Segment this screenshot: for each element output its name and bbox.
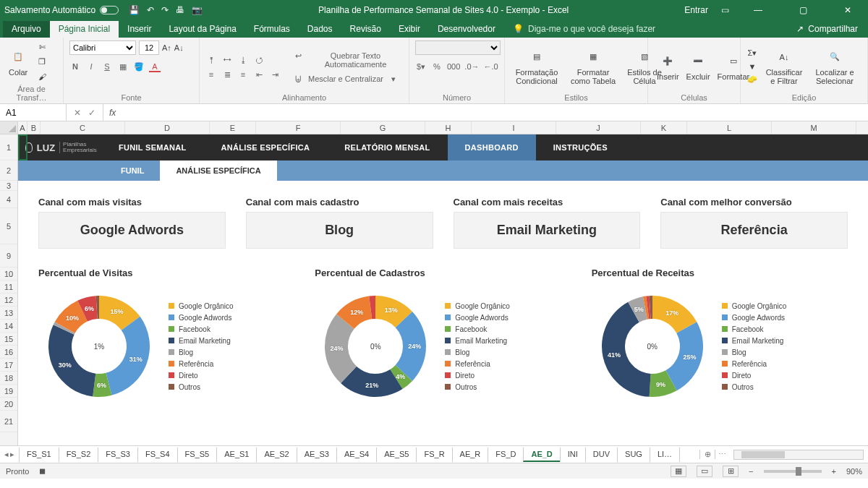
align-center-icon[interactable]: ≣ <box>221 70 233 80</box>
border-icon[interactable]: ▦ <box>117 62 129 72</box>
sheet-tab-FS_S3[interactable]: FS_S3 <box>98 448 138 462</box>
decrease-indent-icon[interactable]: ⇤ <box>253 70 265 80</box>
copy-icon[interactable]: ❐ <box>36 57 48 67</box>
paste-button[interactable]: 📋 Colar <box>6 46 30 78</box>
delete-cells-button[interactable]: ➖Excluir <box>684 51 713 82</box>
comma-icon[interactable]: 000 <box>447 62 460 72</box>
tab-nav-prev-icon[interactable]: ◂ <box>4 450 9 459</box>
sheet-tab-DUV[interactable]: DUV <box>585 448 618 462</box>
col-L[interactable]: L <box>687 121 772 134</box>
tab-data[interactable]: Dados <box>299 21 341 38</box>
signin-link[interactable]: Entrar <box>684 5 708 15</box>
row-12[interactable]: 12 <box>0 294 17 307</box>
tab-insert[interactable]: Inserir <box>119 21 160 38</box>
nav-instrucoes[interactable]: INSTRUÇÕES <box>536 134 625 160</box>
row-13[interactable]: 13 <box>0 307 17 320</box>
number-format-select[interactable] <box>415 40 501 55</box>
decrease-decimal-icon[interactable]: ←.0 <box>484 62 498 72</box>
grid-canvas[interactable]: LUZ Planilhas Empresariais FUNIL SEMANAL… <box>18 134 868 445</box>
row-17[interactable]: 17 <box>0 359 17 372</box>
row-headers[interactable]: 1 2 3 4 5 9 10 11 12 13 14 15 16 17 18 1… <box>0 134 18 445</box>
sheet-tab-FS_D[interactable]: FS_D <box>488 448 524 462</box>
maximize-button[interactable]: ▢ <box>787 5 819 15</box>
wrap-text-button[interactable]: ↩Quebrar Texto Automaticamente <box>292 51 403 69</box>
col-A[interactable]: A <box>18 121 27 134</box>
sheet-tab-INI[interactable]: INI <box>560 448 586 462</box>
macro-record-icon[interactable]: ◼ <box>39 466 46 476</box>
underline-button[interactable]: S <box>101 62 113 72</box>
zoom-out-button[interactable]: − <box>749 467 753 476</box>
subnav-analise[interactable]: ANÁLISE ESPECÍFICA <box>160 160 276 181</box>
clear-icon[interactable]: 🧽 <box>746 74 758 85</box>
save-icon[interactable]: 💾 <box>129 5 140 15</box>
fill-color-icon[interactable]: 🪣 <box>133 62 145 72</box>
sheet-tab-LI…[interactable]: LI… <box>650 448 680 462</box>
bold-button[interactable]: N <box>69 62 81 72</box>
row-21[interactable]: 21 <box>0 411 17 432</box>
sheet-tab-FS_S1[interactable]: FS_S1 <box>19 448 59 462</box>
row-3[interactable]: 3 <box>0 181 17 191</box>
insert-cells-button[interactable]: ➕Inserir <box>654 51 682 82</box>
new-sheet-button[interactable]: ⊕ <box>699 450 715 459</box>
tab-review[interactable]: Revisão <box>341 21 390 38</box>
tab-view[interactable]: Exibir <box>390 21 429 38</box>
tab-home[interactable]: Página Inicial <box>50 21 119 38</box>
tab-nav-next-icon[interactable]: ▸ <box>10 450 14 459</box>
font-size-input[interactable] <box>139 40 159 55</box>
row-1[interactable]: 1 <box>0 134 17 160</box>
name-box[interactable]: A1 <box>0 104 67 121</box>
cut-icon[interactable]: ✄ <box>36 43 48 53</box>
tab-layout[interactable]: Layout da Página <box>160 21 244 38</box>
sheet-tab-FS_S2[interactable]: FS_S2 <box>59 448 99 462</box>
merge-center-button[interactable]: ⨄Mesclar e Centralizar▾ <box>292 74 403 84</box>
increase-font-icon[interactable]: A↑ <box>162 43 171 52</box>
format-painter-icon[interactable]: 🖌 <box>36 72 48 82</box>
col-K[interactable]: K <box>641 121 687 134</box>
italic-button[interactable]: I <box>85 62 97 72</box>
zoom-level[interactable]: 90% <box>846 467 862 476</box>
row-10[interactable]: 10 <box>0 267 17 281</box>
print-icon[interactable]: 🖶 <box>176 5 184 15</box>
ribbon-display-icon[interactable]: ▭ <box>721 5 729 15</box>
nav-funil-semanal[interactable]: FUNIL SEMANAL <box>101 134 204 160</box>
undo-icon[interactable]: ↶ <box>147 5 154 15</box>
tab-developer[interactable]: Desenvolvedor <box>429 21 504 38</box>
col-D[interactable]: D <box>125 121 210 134</box>
tab-file[interactable]: Arquivo <box>3 21 50 38</box>
sheet-tab-AE_S2[interactable]: AE_S2 <box>256 448 297 462</box>
sort-filter-button[interactable]: A↓Classificar e Filtrar <box>761 46 807 87</box>
sheet-tab-AE_S3[interactable]: AE_S3 <box>297 448 337 462</box>
row-11[interactable]: 11 <box>0 281 17 294</box>
increase-decimal-icon[interactable]: .0→ <box>464 62 479 72</box>
font-color-icon[interactable]: A <box>149 62 161 72</box>
nav-analise-especifica[interactable]: ANÁLISE ESPECÍFICA <box>204 134 328 160</box>
sheet-tab-AE_S4[interactable]: AE_S4 <box>336 448 377 462</box>
sheet-tab-AE_S1[interactable]: AE_S1 <box>216 448 257 462</box>
cancel-formula-icon[interactable]: ✕ <box>74 108 81 118</box>
zoom-slider[interactable] <box>764 470 822 473</box>
autosum-icon[interactable]: Σ▾ <box>746 48 758 59</box>
fx-icon[interactable]: fx <box>103 108 122 118</box>
row-4[interactable]: 4 <box>0 191 17 208</box>
page-break-view-button[interactable]: ⊞ <box>723 466 739 477</box>
close-button[interactable]: ✕ <box>832 5 864 15</box>
row-2[interactable]: 2 <box>0 160 17 181</box>
sheet-tab-AE_S5[interactable]: AE_S5 <box>376 448 417 462</box>
increase-indent-icon[interactable]: ⇥ <box>269 70 281 80</box>
minimize-button[interactable]: — <box>742 5 774 15</box>
sheet-tab-AE_R[interactable]: AE_R <box>452 448 489 462</box>
sheet-tab-FS_S4[interactable]: FS_S4 <box>137 448 178 462</box>
fill-icon[interactable]: ▼ <box>746 61 758 72</box>
sheet-tab-FS_S5[interactable]: FS_S5 <box>177 448 218 462</box>
conditional-formatting-button[interactable]: ▤Formatação Condicional <box>511 46 563 87</box>
autosave-toggle[interactable]: Salvamento Automático <box>4 5 119 15</box>
col-C[interactable]: C <box>41 121 125 134</box>
column-headers[interactable]: A B C D E F G H I J K L M <box>0 121 868 134</box>
align-bottom-icon[interactable]: ⭳ <box>237 56 249 64</box>
autosave-switch-icon[interactable] <box>100 6 119 14</box>
nav-relatorio-mensal[interactable]: RELATÓRIO MENSAL <box>327 134 447 160</box>
col-J[interactable]: J <box>556 121 641 134</box>
worksheet-area[interactable]: 1 2 3 4 5 9 10 11 12 13 14 15 16 17 18 1… <box>0 134 868 445</box>
page-layout-view-button[interactable]: ▭ <box>697 466 712 477</box>
col-F[interactable]: F <box>256 121 341 134</box>
